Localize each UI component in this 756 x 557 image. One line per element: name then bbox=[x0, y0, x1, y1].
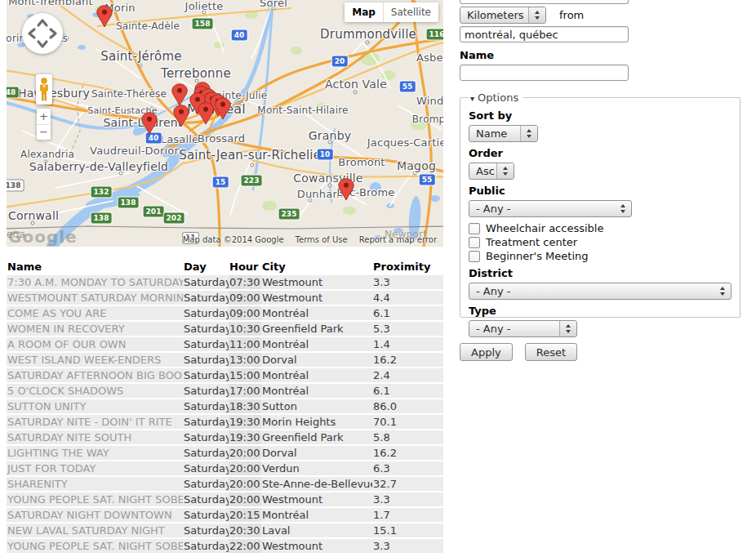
cell-prox: 16.2 bbox=[372, 353, 443, 367]
terms-of-use-link[interactable]: Terms of Use bbox=[296, 235, 348, 244]
meeting-link[interactable]: 5 O'CLOCK SHADOWS bbox=[7, 385, 123, 397]
meeting-link[interactable]: LIGHTING THE WAY bbox=[7, 447, 109, 459]
meeting-link[interactable]: SATURDAY NITE SOUTH bbox=[7, 431, 131, 443]
checkbox[interactable] bbox=[469, 251, 480, 262]
checkbox-label[interactable]: Beginner's Meeting bbox=[486, 250, 589, 262]
cell-city: Westmount bbox=[261, 492, 372, 506]
meeting-link[interactable]: WOMEN IN RECOVERY bbox=[7, 323, 125, 335]
meeting-link[interactable]: SHARENITY bbox=[7, 478, 68, 490]
table-row: 5 O'CLOCK SHADOWSSaturday17:00Montréal6.… bbox=[7, 384, 443, 398]
meeting-link[interactable]: COME AS YOU ARE bbox=[7, 307, 106, 319]
cell-day: Saturday bbox=[183, 337, 229, 351]
column-header-proximity[interactable]: Proximity bbox=[372, 261, 443, 274]
cell-city: Westmount bbox=[261, 539, 372, 553]
map-pan-control[interactable] bbox=[22, 13, 63, 54]
type-select[interactable]: - Any - bbox=[469, 320, 577, 337]
cell-hour: 22:00 bbox=[229, 539, 261, 553]
cell-hour: 09:00 bbox=[229, 306, 261, 320]
meeting-link[interactable]: YOUNG PEOPLE SAT. NIGHT SOBER bbox=[7, 493, 183, 506]
meeting-link[interactable]: A ROOM OF OUR OWN bbox=[7, 338, 126, 350]
street-view-pegman[interactable] bbox=[36, 74, 52, 105]
district-select[interactable]: - Any - bbox=[469, 283, 732, 300]
cell-name: SUTTON UNITY bbox=[7, 399, 183, 413]
distance-input[interactable] bbox=[460, 0, 629, 4]
zoom-out-button[interactable]: − bbox=[37, 125, 51, 140]
table-row: COME AS YOU ARESaturday09:00Montréal6.1 bbox=[7, 306, 443, 320]
meeting-link[interactable]: SATURDAY NIGHT DOWNTOWN bbox=[7, 509, 172, 521]
cell-name: JUST FOR TODAY bbox=[7, 461, 183, 475]
cell-prox: 86.0 bbox=[372, 399, 443, 413]
meeting-link[interactable]: NEW LAVAL SATURDAY NIGHT bbox=[7, 524, 165, 537]
map-canvas[interactable]: Mont-TremblantMorinJolietteSorelSainte-A… bbox=[7, 0, 443, 247]
map-marker[interactable] bbox=[97, 6, 112, 27]
meeting-link[interactable]: YOUNG PEOPLE SAT. NIGHT SOBER bbox=[7, 540, 183, 552]
cell-prox: 1.4 bbox=[372, 337, 443, 351]
cell-name: 5 O'CLOCK SHADOWS bbox=[7, 384, 183, 398]
meeting-link[interactable]: SATURDAY AFTERNOON BIG BOOK bbox=[7, 369, 183, 381]
cell-hour: 20:00 bbox=[229, 492, 261, 506]
cell-name: SATURDAY NITE SOUTH bbox=[7, 430, 183, 444]
map-marker[interactable] bbox=[142, 113, 157, 134]
pan-arrows-icon bbox=[22, 13, 63, 54]
spinner-icon bbox=[496, 163, 514, 179]
cell-prox: 5.8 bbox=[372, 430, 443, 444]
meeting-link[interactable]: SUTTON UNITY bbox=[7, 400, 86, 412]
cell-city: Montréal bbox=[261, 508, 372, 522]
map-marker[interactable] bbox=[198, 103, 213, 124]
map-marker[interactable] bbox=[174, 105, 189, 127]
map-marker[interactable] bbox=[172, 84, 187, 105]
cell-name: WOMEN IN RECOVERY bbox=[7, 322, 183, 336]
checkbox[interactable] bbox=[469, 237, 480, 248]
meeting-link[interactable]: 7:30 A.M. MONDAY TO SATURDAY bbox=[7, 276, 183, 288]
order-select[interactable]: Asc bbox=[469, 163, 514, 180]
cell-day: Saturday bbox=[183, 539, 229, 553]
cell-city: Montréal bbox=[261, 368, 372, 382]
from-label: from bbox=[559, 9, 584, 21]
checkbox-label[interactable]: Wheelchair accessible bbox=[486, 222, 603, 234]
cell-name: SATURDAY NIGHT DOWNTOWN bbox=[7, 508, 183, 522]
satellite-view-button[interactable]: Satellite bbox=[383, 2, 438, 22]
meeting-link[interactable]: WESTMOUNT SATURDAY MORNING bbox=[7, 292, 183, 304]
checkbox-label[interactable]: Treatment center bbox=[486, 236, 577, 248]
map-zoom-control: + − bbox=[37, 109, 51, 140]
options-legend[interactable]: ▾Options bbox=[469, 91, 523, 104]
table-row: SATURDAY NITE - DOIN' IT RITESaturday19:… bbox=[7, 415, 443, 429]
cell-hour: 18:30 bbox=[229, 399, 261, 413]
public-select[interactable]: - Any - bbox=[469, 200, 632, 217]
map-marker[interactable] bbox=[339, 179, 354, 200]
cell-day: Saturday bbox=[183, 524, 229, 537]
cell-hour: 17:00 bbox=[229, 384, 261, 398]
cell-prox: 3.3 bbox=[372, 492, 443, 506]
cell-prox: 16.2 bbox=[372, 446, 443, 460]
meeting-link[interactable]: SATURDAY NITE - DOIN' IT RITE bbox=[7, 416, 172, 428]
table-row: 7:30 A.M. MONDAY TO SATURDAYSaturday07:3… bbox=[7, 275, 443, 289]
checkbox[interactable] bbox=[469, 223, 480, 234]
location-input[interactable] bbox=[460, 26, 629, 42]
cell-hour: 20:15 bbox=[229, 508, 261, 522]
column-header-hour[interactable]: Hour bbox=[229, 261, 261, 274]
zoom-in-button[interactable]: + bbox=[37, 109, 51, 125]
page: Mont-TremblantMorinJolietteSorelSainte-A… bbox=[0, 0, 756, 557]
column-header-day[interactable]: Day bbox=[183, 261, 229, 274]
table-row: SUTTON UNITYSaturday18:30Sutton86.0 bbox=[7, 399, 443, 413]
reset-button[interactable]: Reset bbox=[525, 343, 577, 361]
google-logo[interactable]: Google bbox=[8, 227, 78, 247]
meeting-link[interactable]: JUST FOR TODAY bbox=[7, 462, 96, 475]
column-header-name[interactable]: Name bbox=[7, 261, 183, 274]
cell-city: Montréal bbox=[261, 337, 372, 351]
cell-day: Saturday bbox=[183, 275, 229, 289]
district-label: District bbox=[469, 267, 732, 279]
column-header-city[interactable]: City bbox=[261, 261, 372, 274]
apply-button[interactable]: Apply bbox=[460, 343, 513, 361]
report-map-error-link[interactable]: Report a map error bbox=[359, 235, 437, 244]
meeting-link[interactable]: WEST ISLAND WEEK-ENDERS bbox=[7, 354, 161, 366]
sort-by-select[interactable]: Name bbox=[469, 125, 538, 142]
cell-name: SATURDAY NITE - DOIN' IT RITE bbox=[7, 415, 183, 429]
results-table: Name Day Hour City Proximity 7:30 A.M. M… bbox=[7, 259, 443, 555]
cell-prox: 15.1 bbox=[372, 524, 443, 537]
checkbox-row: Wheelchair accessible bbox=[469, 221, 732, 235]
map-view-button[interactable]: Map bbox=[345, 2, 383, 22]
distance-unit-select[interactable]: Kilometers bbox=[460, 7, 546, 24]
name-input[interactable] bbox=[460, 65, 629, 81]
district-value: - Any - bbox=[476, 285, 510, 297]
